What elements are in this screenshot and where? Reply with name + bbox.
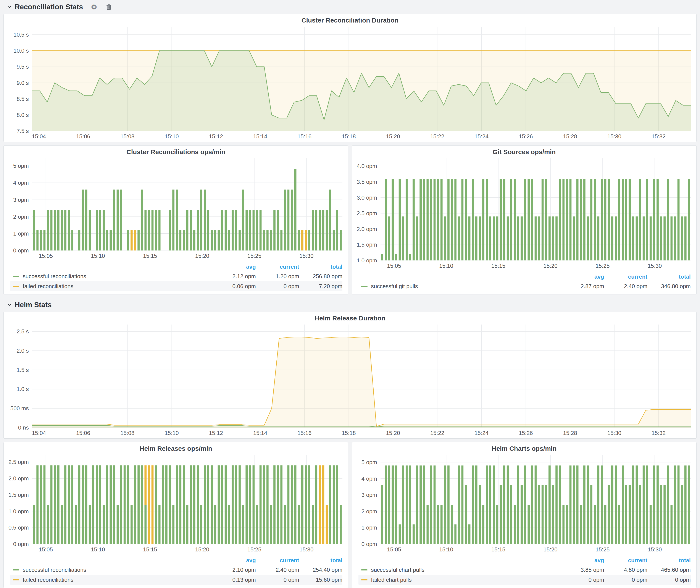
series-color-dash (13, 276, 19, 277)
plot-area[interactable] (32, 455, 342, 544)
legend-label[interactable]: successful git pulls (371, 283, 418, 290)
plot-area[interactable] (32, 325, 691, 428)
y-tick-label: 5 opm (361, 459, 377, 466)
chevron-down-icon (6, 4, 13, 10)
x-axis: 15:0515:1015:1515:2015:2515:30 (381, 260, 691, 271)
panel-title[interactable]: Helm Releases ops/min (4, 442, 348, 455)
x-tick-label: 15:14 (253, 430, 267, 436)
series-color-dash (13, 579, 19, 580)
stat-value: 15.60 opm (299, 577, 342, 583)
x-tick-label: 15:15 (491, 263, 505, 269)
legend-stats-header: avgcurrenttotal (10, 556, 342, 565)
stat-value: 256.80 opm (299, 273, 342, 280)
stat-header-total[interactable]: total (299, 263, 342, 270)
y-tick-label: 2.5 s (17, 328, 29, 335)
line-chart (32, 27, 691, 131)
legend-label[interactable]: failed chart pulls (371, 577, 412, 583)
bar-chart (32, 158, 342, 250)
x-tick-label: 15:25 (247, 253, 261, 259)
x-tick-label: 15:15 (143, 546, 157, 553)
legend-label[interactable]: successful chart pulls (371, 567, 424, 573)
stat-header-avg[interactable]: avg (213, 557, 256, 564)
panel-title[interactable]: Helm Release Duration (4, 312, 696, 325)
x-tick-label: 15:25 (595, 546, 610, 553)
dashboard-row-3: Helm Release Duration2.5 s2.0 s1.5 s1.0 … (3, 312, 697, 439)
legend-stats-header: avgcurrenttotal (358, 272, 691, 281)
plot-area[interactable] (381, 455, 691, 544)
legend: avgcurrenttotalsuccessful reconciliation… (4, 261, 348, 294)
x-tick-label: 15:10 (439, 263, 453, 269)
y-tick-label: 1 opm (361, 524, 377, 531)
stat-header-total[interactable]: total (647, 273, 691, 280)
legend-label[interactable]: successful reconciliations (23, 273, 86, 280)
x-tick-label: 15:22 (430, 430, 444, 436)
series-color-dash (361, 286, 368, 287)
trash-icon[interactable] (105, 3, 112, 10)
section-title-reconciliation-stats[interactable]: Reconciliation Stats (15, 3, 83, 11)
chart-area: 10.5 s10.0 s9.5 s9.0 s8.5 s8.0 s7.5 s (4, 27, 696, 131)
stat-value: 3.85 opm (561, 567, 604, 573)
dashboard: Reconciliation Stats ⚙ Cluster Reconcili… (0, 0, 700, 588)
x-tick-label: 15:05 (39, 253, 53, 259)
x-tick-label: 15:05 (39, 546, 53, 553)
x-tick-label: 15:30 (299, 253, 313, 259)
x-axis: 15:0515:1015:1515:2015:2515:30 (32, 250, 342, 261)
section-title-helm-stats[interactable]: Helm Stats (15, 301, 52, 309)
x-tick-label: 15:06 (76, 430, 90, 436)
stat-header-current[interactable]: current (256, 557, 299, 564)
plot-area[interactable] (32, 27, 691, 131)
legend-label[interactable]: failed reconciliations (23, 283, 73, 290)
x-tick-label: 15:16 (297, 133, 311, 140)
x-tick-label: 15:08 (120, 133, 134, 140)
x-tick-label: 15:30 (648, 546, 662, 553)
y-tick-label: 4 opm (361, 475, 377, 482)
stat-header-avg[interactable]: avg (561, 273, 604, 280)
y-axis: 2.5 s2.0 s1.5 s1.0 s500 ms0 ns (4, 325, 32, 428)
legend-row: successful chart pulls3.85 opm4.80 opm46… (358, 565, 691, 575)
stat-header-avg[interactable]: avg (561, 557, 604, 564)
x-tick-label: 15:15 (143, 253, 157, 259)
legend-label[interactable]: failed reconciliations (23, 577, 73, 583)
stat-value: 4.80 opm (604, 567, 647, 573)
chart-area: 4.0 opm3.5 opm3.0 opm2.5 opm2.0 opm1.5 o… (352, 158, 696, 260)
line-chart (32, 325, 691, 428)
x-tick-label: 15:20 (386, 430, 400, 436)
panel-title[interactable]: Helm Charts ops/min (352, 442, 696, 455)
panel-title[interactable]: Cluster Reconciliation Duration (4, 14, 696, 27)
x-tick-label: 15:22 (430, 133, 444, 140)
stat-header-current[interactable]: current (256, 263, 299, 270)
x-tick-label: 15:05 (387, 263, 401, 269)
stat-header-current[interactable]: current (604, 557, 647, 564)
stat-header-total[interactable]: total (299, 557, 342, 564)
plot-area[interactable] (32, 158, 342, 250)
stat-value: 2.10 opm (213, 567, 256, 573)
row-header-reconciliation-stats[interactable]: Reconciliation Stats ⚙ (3, 0, 697, 14)
stat-header-total[interactable]: total (647, 557, 691, 564)
x-tick-label: 15:14 (253, 133, 267, 140)
x-axis: 15:0515:1015:1515:2015:2515:30 (381, 544, 691, 555)
panel-title[interactable]: Git Sources ops/min (352, 146, 696, 158)
legend: avgcurrenttotalsuccessful git pulls2.87 … (352, 271, 696, 294)
panel-git-sources-ops: Git Sources ops/min4.0 opm3.5 opm3.0 opm… (352, 145, 697, 294)
x-tick-label: 15:30 (607, 430, 621, 436)
y-tick-label: 10.5 s (13, 31, 29, 38)
row-header-helm-stats[interactable]: Helm Stats (3, 298, 697, 312)
panel-cluster-reconciliations-ops: Cluster Reconciliations ops/min5 opm4 op… (3, 145, 348, 294)
plot-area[interactable] (381, 158, 691, 260)
gear-icon[interactable]: ⚙ (91, 3, 97, 11)
y-axis: 10.5 s10.0 s9.5 s9.0 s8.5 s8.0 s7.5 s (4, 27, 32, 131)
dashboard-row-1: Cluster Reconciliation Duration10.5 s10.… (3, 14, 697, 142)
legend-row: failed reconciliations0.13 opm0 opm15.60… (10, 575, 342, 585)
x-tick-label: 15:10 (439, 546, 453, 553)
stat-header-avg[interactable]: avg (213, 263, 256, 270)
panel-title[interactable]: Cluster Reconciliations ops/min (4, 146, 348, 158)
stat-header-current[interactable]: current (604, 273, 647, 280)
bar-chart (32, 455, 342, 544)
y-tick-label: 7.5 s (17, 128, 29, 134)
x-tick-label: 15:30 (607, 133, 621, 140)
y-axis: 5 opm4 opm3 opm2 opm1 opm0 opm (352, 455, 381, 544)
stat-value: 2.87 opm (561, 283, 604, 290)
y-tick-label: 8.5 s (17, 95, 29, 102)
x-tick-label: 15:28 (563, 133, 577, 140)
legend-label[interactable]: successful reconciliations (23, 567, 86, 573)
